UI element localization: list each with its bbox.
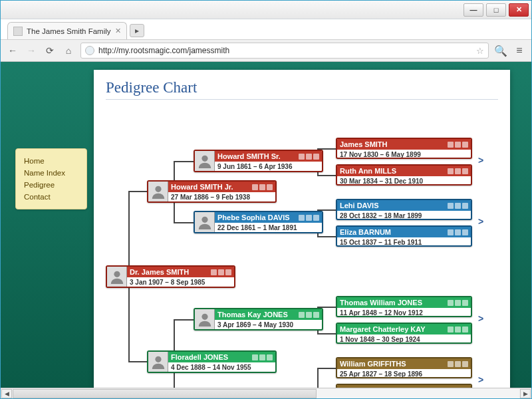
- new-tab-button[interactable]: ▸: [130, 24, 144, 37]
- sidebar-item-pedigree[interactable]: Pedigree: [24, 179, 78, 191]
- scroll-track[interactable]: [13, 389, 519, 398]
- horizontal-scrollbar[interactable]: ◀ ▶: [1, 388, 531, 398]
- card-icon[interactable]: [448, 229, 454, 235]
- forward-button[interactable]: →: [25, 44, 38, 57]
- person-name: Margaret Chatterley KAY: [340, 324, 443, 334]
- card-icon[interactable]: [455, 388, 461, 388]
- card-icon[interactable]: [225, 269, 231, 275]
- person-card-mf[interactable]: Thomas Kay JONES3 Apr 1869 – 4 May 1930: [194, 308, 323, 331]
- card-icon[interactable]: [252, 354, 258, 360]
- person-card-mmm[interactable]: Mary EVANS 23 Apr 1832 – 4 Feb 1909: [336, 384, 472, 388]
- person-card-ff[interactable]: Howard SMITH Sr.9 Jun 1861 – 6 Apr 1936: [194, 150, 323, 172]
- url-bar[interactable]: ☆: [80, 43, 489, 59]
- card-icon[interactable]: [313, 215, 319, 221]
- card-icon[interactable]: [455, 300, 461, 306]
- window-close-button[interactable]: ✕: [509, 3, 529, 17]
- person-dates: 22 Dec 1861 – 1 Mar 1891: [215, 223, 322, 233]
- person-photo-icon: [148, 182, 168, 201]
- card-icon[interactable]: [462, 229, 468, 235]
- url-input[interactable]: [98, 46, 472, 55]
- card-icon[interactable]: [455, 327, 461, 332]
- card-icon[interactable]: [267, 184, 273, 190]
- pedigree-chart: Dr. James SMITH 3 Jan 1907 – 8 Sep 1985 …: [106, 108, 498, 388]
- home-button[interactable]: ⌂: [62, 44, 75, 57]
- expand-arrow[interactable]: >: [478, 155, 483, 166]
- person-card-father[interactable]: Howard SMITH Jr.27 Mar 1886 – 9 Feb 1938: [147, 180, 277, 203]
- menu-icon[interactable]: ≡: [513, 44, 526, 57]
- person-dates: 17 Nov 1830 – 6 May 1899: [337, 150, 471, 159]
- browser-window: — □ ✕ The James Smith Family ✕ ▸ ← → ⟳ ⌂…: [0, 0, 532, 399]
- card-icon[interactable]: [462, 388, 468, 388]
- reload-button[interactable]: ⟳: [43, 44, 57, 57]
- window-maximize-button[interactable]: □: [486, 3, 506, 17]
- card-icon[interactable]: [448, 300, 454, 306]
- card-icon[interactable]: [259, 354, 265, 360]
- person-name: Floradell JONES: [171, 352, 247, 362]
- person-dates: 28 Oct 1832 – 18 Mar 1899: [337, 211, 471, 220]
- person-card-root[interactable]: Dr. James SMITH 3 Jan 1907 – 8 Sep 1985: [106, 265, 235, 288]
- favicon-icon: [13, 27, 23, 36]
- card-icon[interactable]: [462, 327, 468, 332]
- card-icon[interactable]: [462, 168, 468, 174]
- card-icon[interactable]: [455, 203, 461, 209]
- card-icon[interactable]: [455, 229, 461, 235]
- card-icon[interactable]: [306, 215, 312, 221]
- tab-close-icon[interactable]: ✕: [115, 27, 121, 35]
- card-icon[interactable]: [306, 312, 312, 318]
- person-card-fff[interactable]: James SMITH 17 Nov 1830 – 6 May 1899: [336, 138, 472, 159]
- browser-tab[interactable]: The James Smith Family ✕: [7, 22, 127, 39]
- card-icon[interactable]: [448, 388, 454, 388]
- scroll-thumb[interactable]: [13, 389, 317, 398]
- person-dates: 9 Jun 1861 – 6 Apr 1936: [215, 162, 322, 172]
- expand-arrow[interactable]: >: [478, 374, 483, 385]
- person-name: Howard SMITH Jr.: [171, 182, 247, 192]
- card-icon[interactable]: [455, 361, 461, 367]
- card-icon[interactable]: [299, 215, 305, 221]
- card-icon[interactable]: [462, 142, 468, 148]
- person-dates: 1 Nov 1848 – 30 Sep 1924: [337, 334, 471, 344]
- expand-arrow[interactable]: >: [478, 313, 483, 324]
- card-icon[interactable]: [448, 142, 454, 148]
- person-dates: 3 Apr 1869 – 4 May 1930: [215, 320, 322, 331]
- person-photo-icon: [148, 352, 168, 372]
- card-icon[interactable]: [259, 184, 265, 190]
- card-icon[interactable]: [448, 361, 454, 367]
- person-card-fmf[interactable]: Lehi DAVIS 28 Oct 1832 – 18 Mar 1899: [336, 199, 472, 220]
- card-icon[interactable]: [448, 327, 454, 332]
- card-icon[interactable]: [306, 154, 312, 160]
- back-button[interactable]: ←: [6, 44, 19, 57]
- card-icon[interactable]: [448, 168, 454, 174]
- person-card-mfm[interactable]: Margaret Chatterley KAY 1 Nov 1848 – 30 …: [336, 323, 472, 344]
- expand-arrow[interactable]: >: [478, 216, 483, 227]
- card-icon[interactable]: [299, 312, 305, 318]
- card-icon[interactable]: [455, 168, 461, 174]
- person-card-fmm[interactable]: Eliza BARNUM 15 Oct 1837 – 11 Feb 1911: [336, 225, 472, 247]
- card-icon[interactable]: [313, 312, 319, 318]
- card-icon[interactable]: [218, 269, 224, 275]
- card-icon[interactable]: [252, 184, 258, 190]
- magnify-icon[interactable]: 🔍: [494, 44, 507, 57]
- person-card-mother[interactable]: Floradell JONES4 Dec 1888 – 14 Nov 1955: [147, 350, 277, 373]
- scroll-right-icon[interactable]: ▶: [520, 389, 531, 398]
- person-card-mff[interactable]: Thomas William JONES 11 Apr 1848 – 12 No…: [336, 296, 472, 317]
- person-card-ffm[interactable]: Ruth Ann MILLS 30 Mar 1834 – 31 Dec 1910: [336, 164, 472, 186]
- card-icon[interactable]: [211, 269, 217, 275]
- window-minimize-button[interactable]: —: [464, 3, 483, 17]
- card-icon[interactable]: [462, 203, 468, 209]
- card-icon[interactable]: [267, 354, 273, 360]
- card-icon[interactable]: [448, 203, 454, 209]
- scroll-left-icon[interactable]: ◀: [1, 389, 12, 398]
- bookmark-star-icon[interactable]: ☆: [476, 46, 484, 56]
- sidebar-item-name-index[interactable]: Name Index: [24, 167, 78, 179]
- tab-strip: The James Smith Family ✕ ▸: [1, 19, 531, 39]
- card-icon[interactable]: [455, 142, 461, 148]
- person-card-mmf[interactable]: William GRIFFITHS 25 Apr 1827 – 18 Sep 1…: [336, 357, 472, 378]
- card-icon[interactable]: [462, 361, 468, 367]
- card-icon[interactable]: [462, 300, 468, 306]
- person-card-fm[interactable]: Phebe Sophia DAVIS22 Dec 1861 – 1 Mar 18…: [194, 211, 323, 233]
- card-icon[interactable]: [299, 154, 305, 160]
- card-icon[interactable]: [313, 154, 319, 160]
- sidebar-item-contact[interactable]: Contact: [24, 191, 78, 203]
- person-name: Ruth Ann MILLS: [340, 166, 443, 176]
- sidebar-item-home[interactable]: Home: [24, 155, 78, 167]
